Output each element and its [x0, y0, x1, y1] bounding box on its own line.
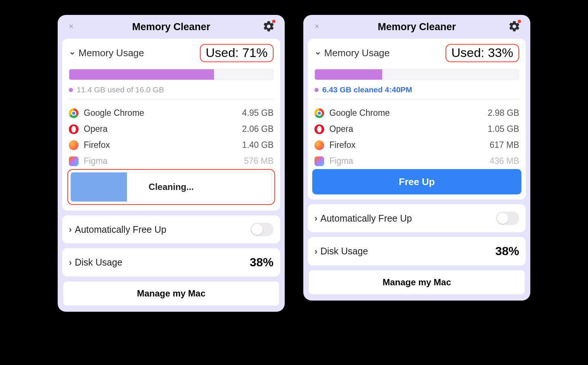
memory-usage-card: Memory Usage Used: 33% 6.43 GB cleaned 4… [308, 39, 526, 200]
auto-free-up-title: Automatically Free Up [320, 213, 412, 224]
app-name: Google Chrome [84, 108, 237, 118]
app-name: Figma [84, 156, 239, 166]
app-row[interactable]: Opera1.05 GB [314, 121, 519, 137]
memory-status-row: 6.43 GB cleaned 4:40PM [314, 85, 519, 94]
manage-my-mac-label: Manage my Mac [137, 288, 205, 299]
app-name: Google Chrome [329, 108, 483, 118]
free-up-label: Free Up [399, 176, 435, 188]
memory-usage-bar [314, 69, 519, 80]
notification-dot-icon [272, 20, 275, 23]
app-title: Memory Cleaner [132, 21, 210, 33]
memory-section-header[interactable]: Memory Usage Used: 71% [69, 44, 274, 62]
settings-button[interactable] [262, 20, 275, 33]
memory-status-text: 11.4 GB used of 16.0 GB [77, 85, 164, 94]
memory-status-text: 6.43 GB cleaned 4:40PM [322, 85, 412, 94]
chevron-down-icon [69, 48, 76, 58]
firefox-icon [314, 140, 324, 150]
memory-usage-fill [69, 69, 214, 80]
close-icon[interactable]: × [69, 22, 74, 31]
memory-used-highlight: Used: 71% [200, 44, 274, 62]
free-up-button[interactable]: Free Up [312, 169, 521, 194]
notification-dot-icon [518, 20, 521, 23]
memory-usage-card: Memory Usage Used: 71% 11.4 GB used of 1… [62, 39, 280, 211]
app-name: Figma [329, 156, 485, 166]
memory-used-label: Used: 71% [206, 45, 268, 60]
legend-dot-icon [69, 88, 73, 92]
manage-my-mac-button[interactable]: Manage my Mac [309, 270, 525, 295]
close-icon[interactable]: × [314, 22, 319, 31]
chevron-down-icon [314, 48, 321, 58]
app-row[interactable]: Opera2.06 GB [69, 121, 274, 137]
legend-dot-icon [314, 88, 319, 92]
cleaning-progress-fill [71, 172, 127, 201]
app-list-left: Google Chrome4.95 GBOpera2.06 GBFirefox1… [62, 105, 280, 169]
app-name: Opera [84, 124, 237, 134]
auto-free-up-card[interactable]: Automatically Free Up [308, 204, 526, 232]
cleaning-progress: Cleaning... [70, 172, 272, 202]
app-title: Memory Cleaner [378, 21, 456, 33]
app-size: 2.06 GB [242, 124, 274, 134]
chrome-icon [69, 108, 79, 118]
auto-free-up-toggle[interactable] [250, 223, 274, 236]
divider [69, 99, 274, 99]
app-name: Firefox [329, 140, 485, 150]
titlebar: × Memory Cleaner [308, 15, 526, 39]
memory-used-highlight: Used: 33% [445, 44, 519, 62]
figma-icon [314, 156, 324, 166]
app-row[interactable]: Firefox1.40 GB [69, 137, 274, 153]
figma-icon [69, 156, 79, 166]
chevron-right-icon [314, 246, 317, 257]
app-row[interactable]: Figma576 MB [69, 153, 274, 169]
app-name: Firefox [84, 140, 237, 150]
memory-usage-bar [69, 69, 274, 80]
chevron-right-icon [314, 213, 317, 223]
app-row[interactable]: Firefox617 MB [314, 137, 519, 153]
memory-section-title: Memory Usage [79, 47, 144, 59]
app-size: 2.98 GB [488, 108, 519, 118]
toggle-knob [497, 213, 508, 224]
memory-usage-fill [315, 69, 382, 80]
app-size: 1.40 GB [242, 140, 274, 150]
disk-usage-title: Disk Usage [75, 257, 122, 268]
app-size: 576 MB [244, 156, 274, 166]
disk-usage-card[interactable]: Disk Usage 38% [62, 248, 280, 277]
chevron-right-icon [69, 224, 72, 235]
panel-after: × Memory Cleaner Memory Usage Used: 33% [303, 15, 530, 301]
app-row[interactable]: Google Chrome4.95 GB [69, 105, 274, 121]
manage-my-mac-label: Manage my Mac [383, 277, 451, 288]
divider [314, 99, 519, 99]
memory-status-row: 11.4 GB used of 16.0 GB [69, 85, 274, 94]
disk-usage-title: Disk Usage [320, 246, 368, 257]
app-row[interactable]: Figma436 MB [314, 153, 519, 169]
app-list-right: Google Chrome2.98 GBOpera1.05 GBFirefox6… [308, 105, 526, 169]
chrome-icon [314, 108, 324, 118]
app-size: 617 MB [490, 140, 519, 150]
toggle-knob [252, 224, 263, 235]
disk-usage-card[interactable]: Disk Usage 38% [308, 237, 526, 266]
app-size: 436 MB [490, 156, 519, 166]
manage-my-mac-button[interactable]: Manage my Mac [63, 281, 279, 306]
titlebar: × Memory Cleaner [62, 15, 280, 39]
auto-free-up-title: Automatically Free Up [75, 224, 166, 235]
cleaning-label: Cleaning... [148, 182, 194, 192]
firefox-icon [69, 140, 79, 150]
opera-icon [69, 124, 79, 134]
chevron-right-icon [69, 257, 72, 268]
memory-section-title: Memory Usage [324, 47, 390, 59]
app-size: 1.05 GB [488, 124, 519, 134]
memory-used-label: Used: 33% [451, 45, 513, 60]
cleaning-highlight: Cleaning... [67, 169, 275, 205]
app-row[interactable]: Google Chrome2.98 GB [314, 105, 519, 121]
app-name: Opera [329, 124, 483, 134]
auto-free-up-card[interactable]: Automatically Free Up [62, 215, 280, 244]
disk-usage-percent: 38% [495, 244, 519, 258]
app-size: 4.95 GB [242, 108, 274, 118]
memory-section-header[interactable]: Memory Usage Used: 33% [314, 44, 519, 62]
auto-free-up-toggle[interactable] [496, 212, 519, 225]
opera-icon [314, 124, 324, 134]
settings-button[interactable] [508, 20, 521, 33]
panel-before: × Memory Cleaner Memory Usage Used: 71% [58, 15, 285, 312]
disk-usage-percent: 38% [250, 256, 274, 269]
